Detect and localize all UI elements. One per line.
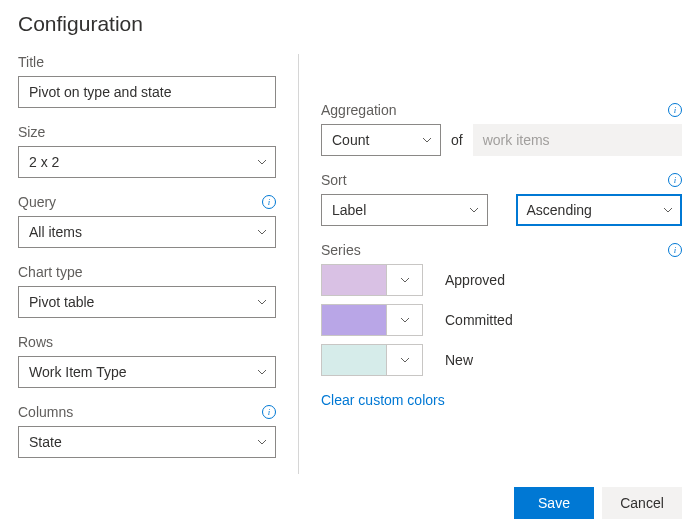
color-swatch	[322, 265, 386, 295]
sort-label: Sort	[321, 172, 347, 188]
color-picker[interactable]	[321, 304, 423, 336]
page-title: Configuration	[18, 12, 682, 36]
rows-value: Work Item Type	[29, 364, 127, 380]
series-label: Series	[321, 242, 361, 258]
footer: Save Cancel	[514, 487, 682, 519]
series-name: Approved	[445, 272, 505, 288]
right-column: Aggregation i Count of work items Sort i	[298, 54, 682, 474]
series-item: Approved	[321, 264, 682, 296]
chart-type-select[interactable]: Pivot table	[18, 286, 276, 318]
aggregation-target: work items	[473, 124, 682, 156]
columns-value: State	[29, 434, 62, 450]
title-label: Title	[18, 54, 276, 70]
rows-select[interactable]: Work Item Type	[18, 356, 276, 388]
series-item: New	[321, 344, 682, 376]
sort-field-select[interactable]: Label	[321, 194, 488, 226]
left-column: Title Size 2 x 2 Query i All items	[18, 54, 298, 474]
series-name: Committed	[445, 312, 513, 328]
columns-select[interactable]: State	[18, 426, 276, 458]
color-swatch	[322, 345, 386, 375]
rows-label: Rows	[18, 334, 276, 350]
cancel-button[interactable]: Cancel	[602, 487, 682, 519]
aggregation-of-label: of	[451, 132, 463, 148]
size-select[interactable]: 2 x 2	[18, 146, 276, 178]
chevron-down-icon[interactable]	[386, 265, 422, 295]
color-picker[interactable]	[321, 344, 423, 376]
aggregation-select[interactable]: Count	[321, 124, 441, 156]
info-icon[interactable]: i	[668, 243, 682, 257]
series-name: New	[445, 352, 473, 368]
series-item: Committed	[321, 304, 682, 336]
info-icon[interactable]: i	[668, 103, 682, 117]
size-value: 2 x 2	[29, 154, 59, 170]
info-icon[interactable]: i	[262, 405, 276, 419]
sort-field-value: Label	[332, 202, 366, 218]
info-icon[interactable]: i	[262, 195, 276, 209]
aggregation-label: Aggregation	[321, 102, 397, 118]
query-value: All items	[29, 224, 82, 240]
title-input[interactable]	[18, 76, 276, 108]
sort-direction-value: Ascending	[527, 202, 592, 218]
info-icon[interactable]: i	[668, 173, 682, 187]
color-swatch	[322, 305, 386, 335]
chevron-down-icon[interactable]	[386, 305, 422, 335]
chart-type-value: Pivot table	[29, 294, 94, 310]
size-label: Size	[18, 124, 276, 140]
chevron-down-icon[interactable]	[386, 345, 422, 375]
sort-direction-select[interactable]: Ascending	[516, 194, 683, 226]
columns-label: Columns	[18, 404, 73, 420]
chart-type-label: Chart type	[18, 264, 276, 280]
aggregation-value: Count	[332, 132, 369, 148]
save-button[interactable]: Save	[514, 487, 594, 519]
query-select[interactable]: All items	[18, 216, 276, 248]
color-picker[interactable]	[321, 264, 423, 296]
clear-custom-colors-link[interactable]: Clear custom colors	[321, 392, 445, 408]
query-label: Query	[18, 194, 56, 210]
